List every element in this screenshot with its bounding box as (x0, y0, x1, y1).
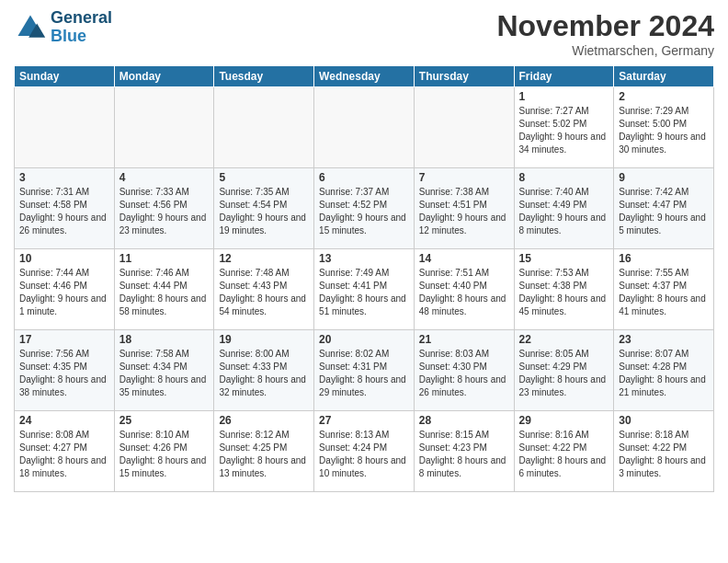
day-number: 6 (319, 171, 409, 184)
calendar-cell: 13Sunrise: 7:49 AM Sunset: 4:41 PM Dayli… (314, 249, 415, 330)
calendar-cell: 22Sunrise: 8:05 AM Sunset: 4:29 PM Dayli… (514, 330, 614, 411)
day-number: 25 (119, 414, 210, 427)
day-info: Sunrise: 7:51 AM Sunset: 4:40 PM Dayligh… (419, 267, 509, 318)
calendar-cell (114, 87, 214, 168)
day-info: Sunrise: 7:44 AM Sunset: 4:46 PM Dayligh… (19, 267, 109, 318)
calendar-cell: 26Sunrise: 8:12 AM Sunset: 4:25 PM Dayli… (214, 411, 314, 492)
day-number: 9 (619, 171, 709, 184)
day-number: 21 (419, 333, 509, 346)
logo: General Blue (14, 9, 112, 46)
calendar-cell (314, 87, 415, 168)
calendar-cell: 30Sunrise: 8:18 AM Sunset: 4:22 PM Dayli… (614, 411, 714, 492)
calendar-cell: 20Sunrise: 8:02 AM Sunset: 4:31 PM Dayli… (314, 330, 415, 411)
day-info: Sunrise: 8:13 AM Sunset: 4:24 PM Dayligh… (319, 429, 409, 480)
logo-text: General Blue (51, 9, 112, 46)
day-number: 11 (119, 252, 210, 265)
calendar-week-row: 3Sunrise: 7:31 AM Sunset: 4:58 PM Daylig… (15, 168, 714, 249)
weekday-header: Friday (514, 66, 614, 87)
page: General Blue November 2024 Wietmarschen,… (0, 0, 728, 563)
calendar-cell: 9Sunrise: 7:42 AM Sunset: 4:47 PM Daylig… (614, 168, 714, 249)
day-info: Sunrise: 8:02 AM Sunset: 4:31 PM Dayligh… (319, 348, 409, 399)
day-info: Sunrise: 8:03 AM Sunset: 4:30 PM Dayligh… (419, 348, 509, 399)
calendar-cell (214, 87, 314, 168)
day-info: Sunrise: 7:37 AM Sunset: 4:52 PM Dayligh… (319, 186, 409, 237)
logo-icon (14, 11, 47, 44)
day-info: Sunrise: 7:53 AM Sunset: 4:38 PM Dayligh… (519, 267, 609, 318)
location: Wietmarschen, Germany (496, 43, 714, 58)
calendar-cell: 8Sunrise: 7:40 AM Sunset: 4:49 PM Daylig… (514, 168, 614, 249)
calendar-cell: 23Sunrise: 8:07 AM Sunset: 4:28 PM Dayli… (614, 330, 714, 411)
calendar-cell: 28Sunrise: 8:15 AM Sunset: 4:23 PM Dayli… (414, 411, 514, 492)
day-info: Sunrise: 7:56 AM Sunset: 4:35 PM Dayligh… (19, 348, 109, 399)
day-info: Sunrise: 8:10 AM Sunset: 4:26 PM Dayligh… (119, 429, 210, 480)
day-number: 5 (219, 171, 309, 184)
day-info: Sunrise: 7:48 AM Sunset: 4:43 PM Dayligh… (219, 267, 309, 318)
calendar-cell: 18Sunrise: 7:58 AM Sunset: 4:34 PM Dayli… (114, 330, 214, 411)
calendar: SundayMondayTuesdayWednesdayThursdayFrid… (14, 65, 714, 492)
day-number: 30 (619, 414, 709, 427)
calendar-week-row: 1Sunrise: 7:27 AM Sunset: 5:02 PM Daylig… (15, 87, 714, 168)
weekday-header: Saturday (614, 66, 714, 87)
day-number: 14 (419, 252, 509, 265)
day-info: Sunrise: 8:12 AM Sunset: 4:25 PM Dayligh… (219, 429, 309, 480)
calendar-cell: 3Sunrise: 7:31 AM Sunset: 4:58 PM Daylig… (15, 168, 115, 249)
calendar-cell: 27Sunrise: 8:13 AM Sunset: 4:24 PM Dayli… (314, 411, 415, 492)
day-number: 2 (619, 90, 709, 103)
day-info: Sunrise: 8:00 AM Sunset: 4:33 PM Dayligh… (219, 348, 309, 399)
logo-line2: Blue (51, 28, 112, 46)
calendar-cell: 10Sunrise: 7:44 AM Sunset: 4:46 PM Dayli… (15, 249, 115, 330)
calendar-cell: 4Sunrise: 7:33 AM Sunset: 4:56 PM Daylig… (114, 168, 214, 249)
day-info: Sunrise: 7:55 AM Sunset: 4:37 PM Dayligh… (619, 267, 709, 318)
calendar-cell: 29Sunrise: 8:16 AM Sunset: 4:22 PM Dayli… (514, 411, 614, 492)
day-number: 8 (519, 171, 609, 184)
day-info: Sunrise: 7:40 AM Sunset: 4:49 PM Dayligh… (519, 186, 609, 237)
day-info: Sunrise: 8:05 AM Sunset: 4:29 PM Dayligh… (519, 348, 609, 399)
calendar-cell: 15Sunrise: 7:53 AM Sunset: 4:38 PM Dayli… (514, 249, 614, 330)
day-number: 18 (119, 333, 210, 346)
title-block: November 2024 Wietmarschen, Germany (496, 9, 714, 58)
day-info: Sunrise: 7:33 AM Sunset: 4:56 PM Dayligh… (119, 186, 210, 237)
day-info: Sunrise: 7:29 AM Sunset: 5:00 PM Dayligh… (619, 105, 709, 156)
day-info: Sunrise: 8:08 AM Sunset: 4:27 PM Dayligh… (19, 429, 109, 480)
calendar-week-row: 24Sunrise: 8:08 AM Sunset: 4:27 PM Dayli… (15, 411, 714, 492)
calendar-cell: 7Sunrise: 7:38 AM Sunset: 4:51 PM Daylig… (414, 168, 514, 249)
calendar-week-row: 17Sunrise: 7:56 AM Sunset: 4:35 PM Dayli… (15, 330, 714, 411)
calendar-cell: 19Sunrise: 8:00 AM Sunset: 4:33 PM Dayli… (214, 330, 314, 411)
day-info: Sunrise: 7:35 AM Sunset: 4:54 PM Dayligh… (219, 186, 309, 237)
weekday-header: Monday (114, 66, 214, 87)
day-info: Sunrise: 8:18 AM Sunset: 4:22 PM Dayligh… (619, 429, 709, 480)
day-number: 27 (319, 414, 409, 427)
day-number: 28 (419, 414, 509, 427)
weekday-header: Wednesday (314, 66, 415, 87)
day-number: 4 (119, 171, 210, 184)
calendar-cell: 24Sunrise: 8:08 AM Sunset: 4:27 PM Dayli… (15, 411, 115, 492)
day-number: 23 (619, 333, 709, 346)
day-number: 24 (19, 414, 109, 427)
weekday-header: Thursday (414, 66, 514, 87)
calendar-cell: 1Sunrise: 7:27 AM Sunset: 5:02 PM Daylig… (514, 87, 614, 168)
day-number: 3 (19, 171, 109, 184)
day-number: 16 (619, 252, 709, 265)
calendar-cell: 21Sunrise: 8:03 AM Sunset: 4:30 PM Dayli… (414, 330, 514, 411)
calendar-cell: 2Sunrise: 7:29 AM Sunset: 5:00 PM Daylig… (614, 87, 714, 168)
calendar-cell: 16Sunrise: 7:55 AM Sunset: 4:37 PM Dayli… (614, 249, 714, 330)
calendar-cell (414, 87, 514, 168)
day-number: 7 (419, 171, 509, 184)
calendar-cell: 14Sunrise: 7:51 AM Sunset: 4:40 PM Dayli… (414, 249, 514, 330)
day-number: 10 (19, 252, 109, 265)
weekday-header: Sunday (15, 66, 115, 87)
day-info: Sunrise: 7:49 AM Sunset: 4:41 PM Dayligh… (319, 267, 409, 318)
day-info: Sunrise: 7:46 AM Sunset: 4:44 PM Dayligh… (119, 267, 210, 318)
day-number: 17 (19, 333, 109, 346)
logo-line1: General (51, 9, 112, 28)
calendar-cell: 6Sunrise: 7:37 AM Sunset: 4:52 PM Daylig… (314, 168, 415, 249)
calendar-cell: 12Sunrise: 7:48 AM Sunset: 4:43 PM Dayli… (214, 249, 314, 330)
day-info: Sunrise: 8:07 AM Sunset: 4:28 PM Dayligh… (619, 348, 709, 399)
weekday-header: Tuesday (214, 66, 314, 87)
calendar-header-row: SundayMondayTuesdayWednesdayThursdayFrid… (15, 66, 714, 87)
calendar-cell (15, 87, 115, 168)
day-info: Sunrise: 7:27 AM Sunset: 5:02 PM Dayligh… (519, 105, 609, 156)
calendar-cell: 17Sunrise: 7:56 AM Sunset: 4:35 PM Dayli… (15, 330, 115, 411)
day-number: 1 (519, 90, 609, 103)
day-number: 26 (219, 414, 309, 427)
